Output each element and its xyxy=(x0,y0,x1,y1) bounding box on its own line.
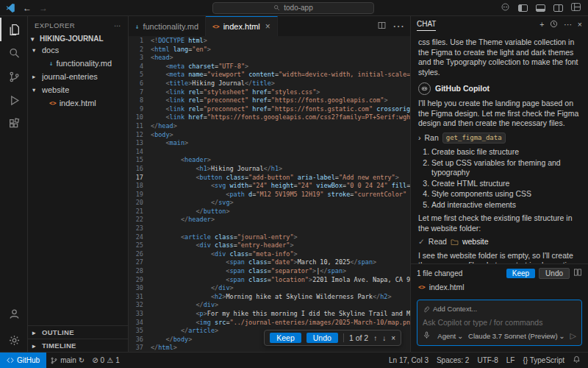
forward-icon[interactable]: → xyxy=(39,3,48,13)
code-line-19[interactable]: 19 <path d="M12 5V19M5 12H19" stroke="cu… xyxy=(129,191,410,199)
chat-input[interactable] xyxy=(423,318,576,327)
code-line-16[interactable]: 16 <h1>Hiking Journal</h1> xyxy=(129,165,410,174)
tab-functionality.md[interactable]: ↓functionality.md xyxy=(129,16,206,36)
code-line-3[interactable]: 3<head> xyxy=(129,54,410,63)
undo-button[interactable]: Undo xyxy=(306,333,338,343)
tree-item-docs[interactable]: ▾docs xyxy=(28,43,128,57)
code-line-24[interactable]: 24 <article class="journal-entry"> xyxy=(129,233,410,242)
assistant-name: GitHub Copilot xyxy=(435,84,490,94)
code-line-25[interactable]: 25 <div class="entry-header"> xyxy=(129,241,410,250)
cursor-position[interactable]: Ln 17, Col 3 xyxy=(389,356,429,364)
back-icon[interactable]: ← xyxy=(23,3,32,13)
code-line-22[interactable]: 22 </header> xyxy=(129,216,410,224)
code-line-14[interactable]: 14 xyxy=(129,148,410,157)
close-review-icon[interactable]: × xyxy=(391,334,395,342)
new-chat-icon[interactable]: + xyxy=(539,20,544,30)
split-editor-icon[interactable] xyxy=(377,20,387,33)
timeline-section[interactable]: ▸ TIMELINE xyxy=(28,339,128,352)
code-line-9[interactable]: 9 <link rel="preconnect" href="https://f… xyxy=(129,105,410,114)
previous-change-icon[interactable]: ↑ xyxy=(373,334,377,342)
line-number: 8 xyxy=(129,96,151,105)
code-line-15[interactable]: 15 <header> xyxy=(129,156,410,165)
code-line-28[interactable]: 28 <span class="separator">|</span> xyxy=(129,267,410,276)
tree-item-website[interactable]: ▾website xyxy=(28,83,128,96)
review-counter: 1 of 2 xyxy=(349,333,368,342)
tree-item-index.html[interactable]: <>index.html xyxy=(28,96,128,110)
language-mode[interactable]: {} TypeScript xyxy=(523,356,564,364)
changed-file-row[interactable]: <> index.html xyxy=(417,283,582,293)
code-line-5[interactable]: 5 <meta name="viewport" content="width=d… xyxy=(129,71,410,79)
problems-indicator[interactable]: ⊘ 0 ⚠ 1 xyxy=(88,353,123,368)
indentation[interactable]: Spaces: 2 xyxy=(437,356,469,364)
code-line-21[interactable]: 21 </button> xyxy=(129,208,410,216)
code-line-33[interactable]: 33 <p>For my hike this morning I did the… xyxy=(129,310,410,319)
branch-indicator[interactable]: main ↻ xyxy=(46,353,88,368)
tab-index.html[interactable]: <>index.html× xyxy=(206,16,278,36)
tab-label: functionality.md xyxy=(143,22,198,31)
remote-indicator[interactable]: GitHub xyxy=(0,353,46,368)
command-center-search[interactable]: todo-app xyxy=(212,2,374,14)
code-line-32[interactable]: 32 </div> xyxy=(129,301,410,310)
code-line-18[interactable]: 18 <svg width="24" height="24" viewBox="… xyxy=(129,182,410,191)
close-tab-icon[interactable]: × xyxy=(265,21,270,32)
next-change-icon[interactable]: ↓ xyxy=(382,334,386,342)
toggle-secondary-sidebar-icon[interactable] xyxy=(553,4,563,12)
account-icon[interactable] xyxy=(0,302,27,325)
code-line-23[interactable]: 23 xyxy=(129,224,410,233)
code-line-30[interactable]: 30 </div> xyxy=(129,284,410,293)
send-icon[interactable]: ▷ xyxy=(570,331,576,342)
microphone-icon[interactable] xyxy=(423,331,431,342)
tool-call-row[interactable]: › Ran get_figma_data xyxy=(418,132,581,144)
code-line-13[interactable]: 13 <main> xyxy=(129,139,410,148)
encoding[interactable]: UTF-8 xyxy=(477,356,498,364)
outline-section[interactable]: ▸ OUTLINE xyxy=(28,325,128,339)
view-diff-icon[interactable] xyxy=(573,268,582,280)
copilot-titlebar-icon[interactable] xyxy=(501,2,510,13)
toggle-primary-sidebar-icon[interactable] xyxy=(518,4,528,12)
customize-layout-icon[interactable] xyxy=(571,3,581,13)
explorer-more-actions-icon[interactable]: ⋯ xyxy=(114,21,121,29)
code-line-20[interactable]: 20 </svg> xyxy=(129,199,410,208)
code-line-6[interactable]: 6 <title>Hiking Journal</title> xyxy=(129,79,410,88)
code-line-8[interactable]: 8 <link rel="preconnect" href="https://f… xyxy=(129,96,410,105)
code-line-17[interactable]: 17 <button class="add-button" aria-label… xyxy=(129,174,410,183)
code-line-4[interactable]: 4 <meta charset="UTF-8"> xyxy=(129,63,410,71)
model-selector[interactable]: Claude 3.7 Sonnet (Preview) ⌄ xyxy=(468,331,564,342)
code-line-29[interactable]: 29 <span class="location">2201 Imola Ave… xyxy=(129,276,410,285)
undo-all-button[interactable]: Undo xyxy=(539,268,570,279)
close-chat-icon[interactable]: × xyxy=(578,20,582,30)
toggle-panel-icon[interactable] xyxy=(536,4,545,12)
eol-sequence[interactable]: LF xyxy=(506,356,515,364)
code-line-31[interactable]: 31 <h2>Morning hike at Skyline Wildernes… xyxy=(129,293,410,302)
chat-more-actions-icon[interactable]: ⋯ xyxy=(564,20,572,30)
search-activity-icon[interactable] xyxy=(0,41,27,65)
keep-button[interactable]: Keep xyxy=(270,333,301,343)
chevron-right-icon: ▸ xyxy=(32,329,39,336)
run-debug-activity-icon[interactable] xyxy=(0,88,27,112)
code-line-12[interactable]: 12<body> xyxy=(129,131,410,140)
add-context-button[interactable]: Add Context... xyxy=(423,304,576,314)
mode-selector[interactable]: Agent ⌄ xyxy=(437,331,463,342)
editor-more-actions-icon[interactable]: ⋯ xyxy=(392,19,404,33)
extensions-activity-icon[interactable] xyxy=(0,112,27,135)
chat-history-icon[interactable] xyxy=(550,20,558,31)
code-line-1[interactable]: 1<!DOCTYPE html> xyxy=(129,37,410,46)
keep-all-button[interactable]: Keep xyxy=(506,269,535,278)
code-line-11[interactable]: 11</head> xyxy=(129,122,410,131)
step-item: Create basic file structure xyxy=(431,147,581,158)
code-line-27[interactable]: 27 <span class="date">March 10, 2025</sp… xyxy=(129,258,410,267)
notifications-bell-icon[interactable] xyxy=(573,355,581,365)
settings-gear-icon[interactable] xyxy=(0,328,27,352)
code-line-10[interactable]: 10 <link href="https://fonts.googleapis.… xyxy=(129,113,410,122)
read-tool-row[interactable]: ✓ Read website xyxy=(418,237,581,247)
code-line-26[interactable]: 26 <div class="meta-info"> xyxy=(129,250,410,259)
chat-panel-title[interactable]: CHAT xyxy=(417,19,436,31)
source-control-activity-icon[interactable] xyxy=(0,65,27,88)
project-root-row[interactable]: ▾ HIKING-JOURNAL xyxy=(28,34,128,43)
code-line-7[interactable]: 7 <link rel="stylesheet" href="styles.cs… xyxy=(129,88,410,97)
tree-item-journal-enteries[interactable]: ▸journal-enteries xyxy=(28,70,128,83)
code-line-34[interactable]: 34 <img src="../journal-enteries/images/… xyxy=(129,319,410,328)
explorer-activity-icon[interactable] xyxy=(0,18,27,41)
code-line-2[interactable]: 2<html lang="en"> xyxy=(129,46,410,54)
tree-item-functionality.md[interactable]: ↓functionality.md xyxy=(28,57,128,70)
